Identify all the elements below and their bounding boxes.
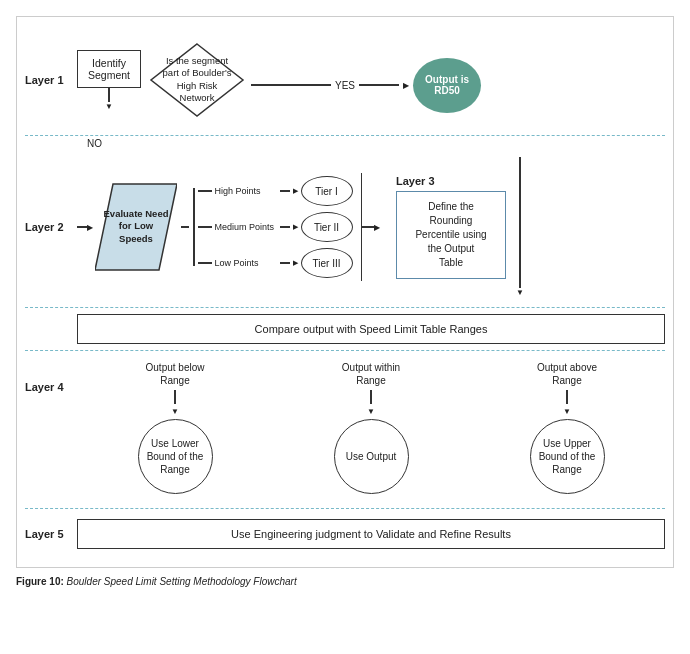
divider-3-4 bbox=[25, 350, 665, 351]
evaluate-need-parallelogram: Evaluate Need for Low Speeds bbox=[95, 182, 177, 272]
layer4-item-within: Output within Range ▼ Use Output bbox=[334, 361, 409, 494]
low-points-label: Low Points bbox=[215, 258, 277, 268]
hign-risk-diamond: Is the segment part of Boulder's High Ri… bbox=[147, 40, 247, 120]
layer2-content: ▶ Evaluate Need for Low Speeds bbox=[77, 157, 665, 297]
parallelogram-text: Evaluate Need for Low Speeds bbox=[104, 208, 169, 245]
layer5-label: Layer 5 bbox=[25, 528, 77, 540]
layer3-box: Define the Rounding Percentile using the… bbox=[396, 191, 506, 279]
caption-bold: Figure 10: bbox=[16, 576, 64, 587]
within-range-label: Output within Range bbox=[342, 361, 400, 387]
layer1-label: Layer 1 bbox=[25, 74, 77, 86]
layer4-label: Layer 4 bbox=[25, 361, 77, 393]
layer3-wrap: Layer 3 Define the Rounding Percentile u… bbox=[396, 175, 506, 279]
divider-4-5 bbox=[25, 508, 665, 509]
layer5-row: Layer 5 Use Engineering judgment to Vali… bbox=[25, 511, 665, 557]
no-label-row: NO bbox=[25, 138, 665, 149]
compare-box: Compare output with Speed Limit Table Ra… bbox=[77, 314, 665, 344]
no-label: NO bbox=[87, 138, 102, 149]
layer3-title: Layer 3 bbox=[396, 175, 506, 187]
medium-points-label: Medium Points bbox=[215, 222, 277, 232]
layer1-content: IdentifySegment ▼ Is the segment part of… bbox=[77, 35, 665, 125]
layer1-row: Layer 1 IdentifySegment ▼ bbox=[25, 27, 665, 133]
flowchart: Layer 1 IdentifySegment ▼ bbox=[16, 16, 674, 568]
compare-row: Compare output with Speed Limit Table Ra… bbox=[25, 314, 665, 344]
tier1-ellipse: Tier I bbox=[301, 176, 353, 206]
yes-label: YES bbox=[335, 80, 355, 91]
layer5-box: Use Engineering judgment to Validate and… bbox=[77, 519, 665, 549]
use-lower-bound-circle: Use Lower Bound of the Range bbox=[138, 419, 213, 494]
high-points-label: High Points bbox=[215, 186, 277, 196]
identify-segment-box: IdentifySegment bbox=[77, 50, 141, 88]
layer5-content: Use Engineering judgment to Validate and… bbox=[77, 519, 665, 549]
svg-marker-0 bbox=[151, 44, 243, 116]
above-range-label: Output above Range bbox=[537, 361, 597, 387]
divider-1-2 bbox=[25, 135, 665, 136]
layer4-content: Output below Range ▼ Use Lower Bound of … bbox=[77, 361, 665, 498]
divider-2-3 bbox=[25, 307, 665, 308]
tier3-ellipse: Tier III bbox=[301, 248, 353, 278]
layer2-label: Layer 2 bbox=[25, 221, 77, 233]
caption-text: Boulder Speed Limit Setting Methodology … bbox=[64, 576, 297, 587]
output-rd50: Output is RD50 bbox=[413, 58, 481, 113]
figure-caption: Figure 10: Boulder Speed Limit Setting M… bbox=[16, 576, 674, 587]
layer4-items: Output below Range ▼ Use Lower Bound of … bbox=[77, 361, 665, 494]
layer2-row: Layer 2 ▶ Evaluate Need for Low Speeds bbox=[25, 149, 665, 305]
identify-segment-text: IdentifySegment bbox=[88, 57, 130, 81]
layer4-item-below: Output below Range ▼ Use Lower Bound of … bbox=[138, 361, 213, 494]
below-range-label: Output below Range bbox=[146, 361, 205, 387]
use-output-circle: Use Output bbox=[334, 419, 409, 494]
layer4-item-above: Output above Range ▼ Use Upper Bound of … bbox=[530, 361, 605, 494]
layer4-row: Layer 4 Output below Range ▼ Use Lower B… bbox=[25, 353, 665, 506]
use-upper-bound-circle: Use Upper Bound of the Range bbox=[530, 419, 605, 494]
tier2-ellipse: Tier II bbox=[301, 212, 353, 242]
